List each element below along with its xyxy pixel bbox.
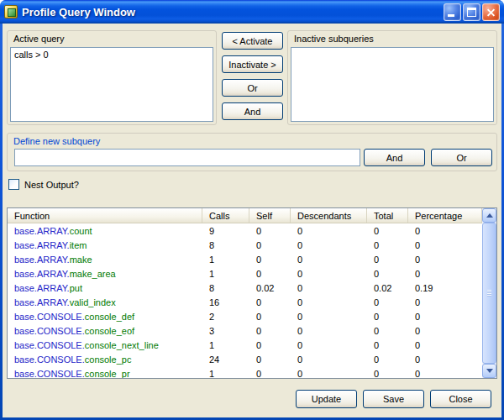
cell-percentage: 0 (408, 269, 482, 279)
cell-total: 0 (367, 226, 408, 236)
cell-function: base.CONSOLE.console_def (8, 312, 202, 322)
cell-percentage: 0 (408, 312, 482, 322)
cell-descendants: 0 (291, 255, 367, 265)
cell-function: base.ARRAY.count (8, 226, 202, 236)
function-prefix: base.ARRAY. (14, 226, 70, 236)
subquery-or-button[interactable]: Or (431, 149, 492, 166)
active-query-group: Active query calls > 0 (7, 30, 217, 125)
cell-self: 0 (249, 297, 291, 307)
function-prefix: base.CONSOLE. (14, 340, 85, 350)
function-feature: console_next_line (85, 340, 159, 350)
close-button[interactable] (482, 3, 500, 21)
table-row[interactable]: base.CONSOLE.console_pc240000 (8, 352, 482, 366)
function-prefix: base.ARRAY. (14, 255, 70, 265)
nest-output-checkbox[interactable] (8, 179, 19, 190)
cell-percentage: 0 (408, 240, 482, 250)
table-row[interactable]: base.ARRAY.put80.0200.020.19 (8, 281, 482, 295)
cell-function: base.ARRAY.make (8, 255, 202, 265)
cell-percentage: 0 (408, 297, 482, 307)
active-query-label: Active query (8, 31, 216, 44)
cell-percentage: 0 (408, 340, 482, 350)
maximize-icon (467, 8, 476, 17)
column-header-descendants[interactable]: Descendants (291, 208, 367, 223)
cell-calls: 1 (202, 369, 249, 379)
column-header-percentage[interactable]: Percentage (408, 208, 482, 223)
table-row[interactable]: base.ARRAY.make_area10000 (8, 266, 482, 281)
column-header-calls[interactable]: Calls (202, 208, 249, 223)
column-header-total[interactable]: Total (367, 208, 408, 223)
table-row[interactable]: base.ARRAY.count90000 (8, 223, 482, 238)
cell-descendants: 0 (291, 297, 367, 307)
function-feature: console_eof (85, 326, 134, 336)
inactivate-button[interactable]: Inactivate > (222, 55, 283, 73)
active-query-list[interactable]: calls > 0 (10, 47, 213, 122)
function-prefix: base.ARRAY. (14, 269, 70, 279)
column-header-self[interactable]: Self (249, 208, 291, 223)
cell-self: 0 (249, 255, 291, 265)
close-window-button[interactable]: Close (430, 390, 491, 408)
cell-percentage: 0.19 (408, 283, 482, 293)
inactive-subqueries-list[interactable] (291, 47, 494, 122)
cell-descendants: 0 (291, 312, 367, 322)
cell-function: base.CONSOLE.console_pc (8, 354, 202, 365)
cell-percentage: 0 (408, 326, 482, 336)
cell-total: 0 (367, 354, 408, 365)
activate-button[interactable]: < Activate (222, 32, 283, 50)
titlebar[interactable]: Profile Query Window (0, 0, 504, 24)
scroll-down-button[interactable] (482, 364, 496, 378)
cell-total: 0.02 (367, 283, 408, 293)
function-feature: make_area (70, 269, 116, 279)
cell-descendants: 0 (291, 269, 367, 279)
vertical-scrollbar[interactable] (482, 208, 496, 378)
table-row[interactable]: base.ARRAY.item80000 (8, 238, 482, 252)
subquery-input[interactable] (14, 149, 360, 166)
function-prefix: base.CONSOLE. (14, 312, 85, 322)
cell-calls: 8 (202, 240, 249, 250)
cell-total: 0 (367, 269, 408, 279)
column-header-function[interactable]: Function (8, 208, 202, 223)
arrow-down-icon (486, 369, 493, 373)
query-item[interactable]: calls > 0 (11, 48, 213, 61)
cell-descendants: 0 (291, 340, 367, 350)
window-controls (444, 3, 500, 21)
cell-total: 0 (367, 312, 408, 322)
maximize-button[interactable] (463, 3, 480, 21)
table-body: base.ARRAY.count90000base.ARRAY.item8000… (8, 223, 482, 378)
cell-calls: 1 (202, 255, 249, 265)
cell-descendants: 0 (291, 226, 367, 236)
or-button[interactable]: Or (222, 79, 283, 97)
define-subquery-group: Define new subquery And Or (7, 133, 497, 171)
cell-percentage: 0 (408, 255, 482, 265)
table-row[interactable]: base.CONSOLE.console_pr10000 (8, 366, 482, 378)
table-row[interactable]: base.ARRAY.valid_index160000 (8, 295, 482, 309)
scroll-thumb[interactable] (482, 223, 496, 364)
cell-self: 0 (249, 354, 291, 365)
app-icon[interactable] (4, 5, 18, 18)
nest-output-label: Nest Output? (24, 180, 79, 190)
cell-total: 0 (367, 255, 408, 265)
table-row[interactable]: base.CONSOLE.console_def20000 (8, 309, 482, 323)
update-button[interactable]: Update (296, 390, 357, 408)
cell-calls: 8 (202, 283, 249, 293)
function-prefix: base.ARRAY. (14, 283, 70, 293)
cell-calls: 1 (202, 340, 249, 350)
cell-function: base.ARRAY.put (8, 283, 202, 293)
minimize-icon (448, 14, 454, 17)
table-row[interactable]: base.CONSOLE.console_next_line10000 (8, 338, 482, 352)
table-row[interactable]: base.ARRAY.make10000 (8, 252, 482, 266)
subquery-and-button[interactable]: And (364, 149, 425, 166)
cell-self: 0 (249, 240, 291, 250)
nest-output-row: Nest Output? (8, 179, 79, 190)
function-feature: item (70, 240, 87, 250)
function-feature: valid_index (70, 297, 116, 307)
cell-function: base.ARRAY.make_area (8, 269, 202, 279)
and-button[interactable]: And (222, 102, 283, 120)
cell-function: base.CONSOLE.console_eof (8, 326, 202, 336)
minimize-button[interactable] (444, 3, 461, 21)
results-table: Function Calls Self Descendants Total Pe… (7, 207, 497, 379)
cell-self: 0 (249, 326, 291, 336)
table-row[interactable]: base.CONSOLE.console_eof30000 (8, 323, 482, 338)
cell-total: 0 (367, 240, 408, 250)
save-button[interactable]: Save (363, 390, 424, 408)
scroll-up-button[interactable] (482, 208, 496, 223)
